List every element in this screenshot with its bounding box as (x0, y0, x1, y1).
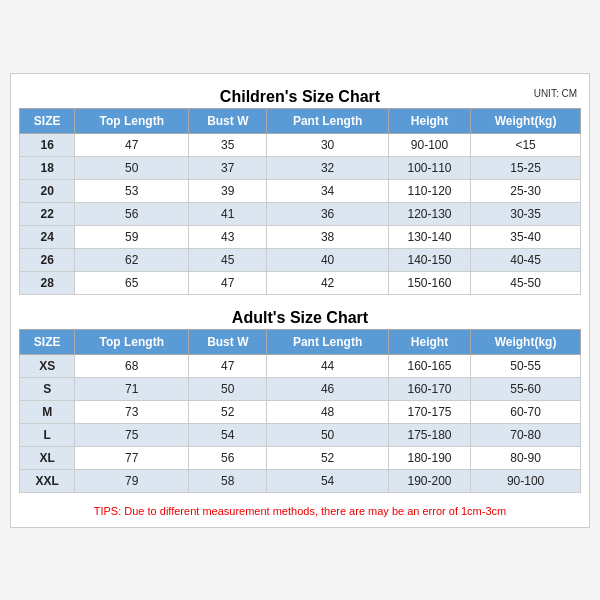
table-row: 28654742150-16045-50 (20, 271, 581, 294)
data-cell: 43 (189, 225, 267, 248)
children-col-weight: Weight(kg) (471, 108, 581, 133)
children-table: SIZE Top Length Bust W Pant Length Heigh… (19, 108, 581, 295)
children-header-row: SIZE Top Length Bust W Pant Length Heigh… (20, 108, 581, 133)
size-cell: S (20, 377, 75, 400)
adult-col-weight: Weight(kg) (471, 329, 581, 354)
data-cell: 90-100 (388, 133, 470, 156)
children-title-text: Children's Size Chart (220, 88, 380, 105)
data-cell: 40-45 (471, 248, 581, 271)
adult-col-bust: Bust W (189, 329, 267, 354)
data-cell: 100-110 (388, 156, 470, 179)
adult-col-pant: Pant Length (267, 329, 389, 354)
table-row: 1647353090-100<15 (20, 133, 581, 156)
data-cell: 53 (75, 179, 189, 202)
data-cell: 54 (267, 469, 389, 492)
data-cell: 80-90 (471, 446, 581, 469)
adult-col-height: Height (388, 329, 470, 354)
data-cell: 32 (267, 156, 389, 179)
data-cell: 56 (189, 446, 267, 469)
adult-tbody: XS684744160-16550-55S715046160-17055-60M… (20, 354, 581, 492)
size-cell: XL (20, 446, 75, 469)
size-cell: 28 (20, 271, 75, 294)
data-cell: 150-160 (388, 271, 470, 294)
data-cell: 160-165 (388, 354, 470, 377)
data-cell: 58 (189, 469, 267, 492)
data-cell: 170-175 (388, 400, 470, 423)
data-cell: 47 (75, 133, 189, 156)
children-col-bust: Bust W (189, 108, 267, 133)
data-cell: 48 (267, 400, 389, 423)
data-cell: 30-35 (471, 202, 581, 225)
data-cell: 65 (75, 271, 189, 294)
data-cell: 140-150 (388, 248, 470, 271)
data-cell: 41 (189, 202, 267, 225)
data-cell: 120-130 (388, 202, 470, 225)
data-cell: 25-30 (471, 179, 581, 202)
data-cell: 71 (75, 377, 189, 400)
data-cell: 90-100 (471, 469, 581, 492)
data-cell: 15-25 (471, 156, 581, 179)
children-title: Children's Size Chart UNIT: CM (19, 82, 581, 108)
data-cell: 160-170 (388, 377, 470, 400)
table-row: M735248170-17560-70 (20, 400, 581, 423)
data-cell: 130-140 (388, 225, 470, 248)
size-cell: XXL (20, 469, 75, 492)
data-cell: 42 (267, 271, 389, 294)
children-thead: SIZE Top Length Bust W Pant Length Heigh… (20, 108, 581, 133)
table-row: 24594338130-14035-40 (20, 225, 581, 248)
children-col-height: Height (388, 108, 470, 133)
children-col-pant: Pant Length (267, 108, 389, 133)
adult-col-size: SIZE (20, 329, 75, 354)
size-cell: 24 (20, 225, 75, 248)
data-cell: 52 (189, 400, 267, 423)
data-cell: 36 (267, 202, 389, 225)
table-row: 20533934110-12025-30 (20, 179, 581, 202)
children-tbody: 1647353090-100<1518503732100-11015-25205… (20, 133, 581, 294)
data-cell: 35-40 (471, 225, 581, 248)
data-cell: 110-120 (388, 179, 470, 202)
data-cell: 180-190 (388, 446, 470, 469)
size-cell: 26 (20, 248, 75, 271)
data-cell: 47 (189, 354, 267, 377)
data-cell: 50-55 (471, 354, 581, 377)
data-cell: 75 (75, 423, 189, 446)
data-cell: 175-180 (388, 423, 470, 446)
table-row: 26624540140-15040-45 (20, 248, 581, 271)
adult-header-row: SIZE Top Length Bust W Pant Length Heigh… (20, 329, 581, 354)
size-cell: 22 (20, 202, 75, 225)
data-cell: 37 (189, 156, 267, 179)
data-cell: 50 (189, 377, 267, 400)
children-col-top-length: Top Length (75, 108, 189, 133)
adult-table: SIZE Top Length Bust W Pant Length Heigh… (19, 329, 581, 493)
table-row: 22564136120-13030-35 (20, 202, 581, 225)
table-row: 18503732100-11015-25 (20, 156, 581, 179)
data-cell: 62 (75, 248, 189, 271)
size-cell: 16 (20, 133, 75, 156)
data-cell: 50 (75, 156, 189, 179)
data-cell: 60-70 (471, 400, 581, 423)
data-cell: 59 (75, 225, 189, 248)
size-cell: XS (20, 354, 75, 377)
data-cell: 47 (189, 271, 267, 294)
adult-col-top-length: Top Length (75, 329, 189, 354)
data-cell: 44 (267, 354, 389, 377)
data-cell: 190-200 (388, 469, 470, 492)
data-cell: 34 (267, 179, 389, 202)
size-cell: 18 (20, 156, 75, 179)
data-cell: 30 (267, 133, 389, 156)
table-row: XXL795854190-20090-100 (20, 469, 581, 492)
children-col-size: SIZE (20, 108, 75, 133)
size-cell: L (20, 423, 75, 446)
data-cell: 68 (75, 354, 189, 377)
adult-thead: SIZE Top Length Bust W Pant Length Heigh… (20, 329, 581, 354)
data-cell: 54 (189, 423, 267, 446)
chart-container: Children's Size Chart UNIT: CM SIZE Top … (10, 73, 590, 528)
data-cell: <15 (471, 133, 581, 156)
data-cell: 45 (189, 248, 267, 271)
data-cell: 79 (75, 469, 189, 492)
adult-title-text: Adult's Size Chart (232, 309, 368, 326)
table-row: S715046160-17055-60 (20, 377, 581, 400)
data-cell: 46 (267, 377, 389, 400)
tips-text: TIPS: Due to different measurement metho… (19, 501, 581, 519)
adult-section: Adult's Size Chart SIZE Top Length Bust … (19, 303, 581, 493)
